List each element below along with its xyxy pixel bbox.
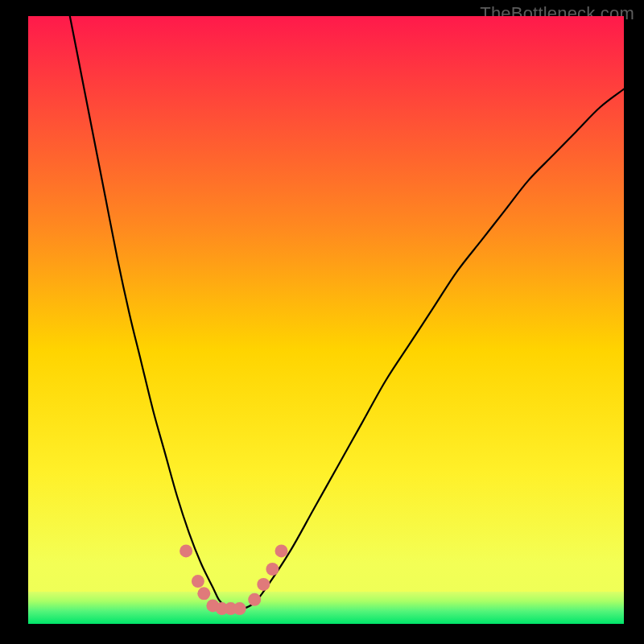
- gradient-background: [28, 16, 624, 624]
- marker-dot: [180, 544, 192, 557]
- chart-stage: TheBottleneck.com: [0, 0, 644, 644]
- chart-svg: [28, 16, 624, 624]
- marker-dot: [197, 587, 210, 600]
- marker-dot: [266, 563, 279, 576]
- marker-dot: [233, 602, 246, 615]
- green-bottom-band: [28, 592, 624, 624]
- marker-dot: [275, 544, 288, 557]
- marker-dot: [257, 578, 270, 591]
- marker-dot: [192, 575, 204, 588]
- marker-dot: [248, 593, 261, 606]
